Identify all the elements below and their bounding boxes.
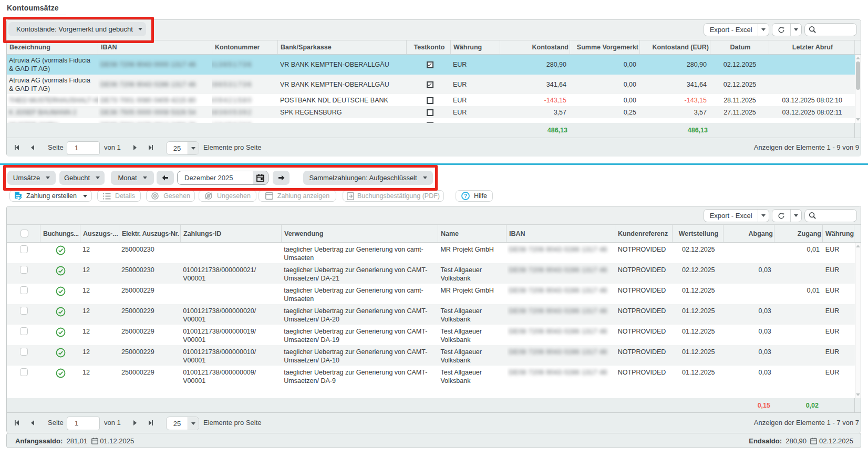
- svg-text:?: ?: [464, 193, 467, 199]
